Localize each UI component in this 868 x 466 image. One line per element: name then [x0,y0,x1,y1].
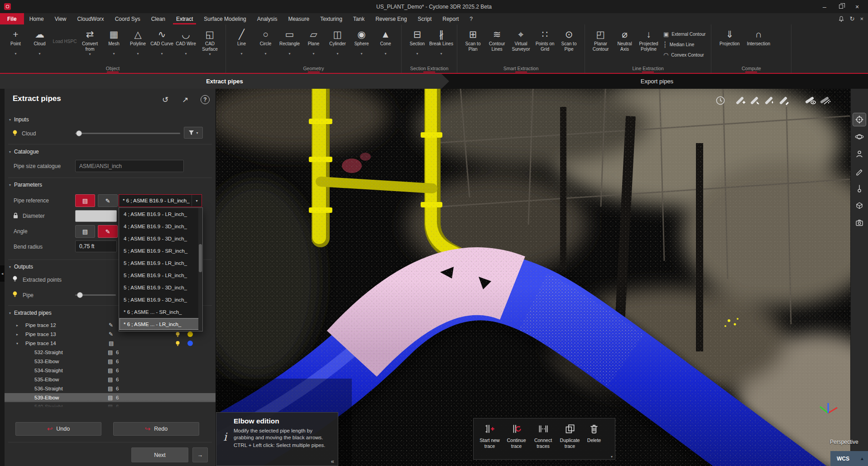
pipe-measure-icon[interactable] [749,94,761,106]
dropdown-scrollbar[interactable] [198,208,202,331]
tree-row-pipe-trace-14[interactable]: ▾ Pipe trace 14 ▤ [5,339,216,348]
ribbon-polyline-button[interactable]: △ Polyline ▾ [126,26,150,56]
dropdown-option[interactable]: 5 ; ASME B16.9 - 3D_inch_ [119,281,202,293]
menu-clean[interactable]: Clean [146,13,171,24]
dropdown-option[interactable]: * 6 ; ASME ... - SR_inch_ [119,306,202,318]
point-cloud-scene[interactable] [216,89,850,466]
ribbon-cylinder-button[interactable]: ◫ Cylinder ▾ [326,26,350,56]
menu-cloudworx[interactable]: CloudWorx [72,13,109,24]
show-cloud-icon[interactable] [820,94,832,106]
clock-icon[interactable] [714,94,726,106]
pipe-size-catalogue-input[interactable]: ASME/ANSI_inch [75,160,184,172]
apply-and-exit-button[interactable]: → [192,447,208,462]
next-button[interactable]: Next [131,447,188,462]
sync-icon[interactable]: ↻ [850,15,855,22]
ribbon-neutral-axis-button[interactable]: ⌀ Neutral Axis [613,26,637,52]
delete-trace-button[interactable]: Delete [583,423,605,443]
pipe-reference-edit-button[interactable]: ✎ [98,194,118,207]
dropdown-option-selected[interactable]: * 6 ; ASME ... - LR_inch_ [119,318,202,330]
tree-row-536-straight[interactable]: 536-Straight ▤ 6 [5,384,216,393]
ribbon-projection-button[interactable]: ⇓ Projection [715,26,744,51]
ribbon-sphere-button[interactable]: ◉ Sphere ▾ [350,26,374,56]
ribbon-virtual-surveyor-button[interactable]: ⌖ Virtual Surveyor [509,26,533,52]
menu-script[interactable]: Script [412,13,437,24]
menu-reverse-eng[interactable]: Reverse Eng [370,13,412,24]
cloud-opacity-slider[interactable] [75,133,180,134]
bulb-icon[interactable] [175,331,181,337]
notifications-bell-icon[interactable] [838,16,844,22]
dropdown-option[interactable]: 5 ; ASME B16.9 - LR_inch_ [119,257,202,269]
bulb-icon[interactable] [12,275,18,282]
tab-export-pipes[interactable]: Export pipes [621,74,693,89]
start-new-trace-button[interactable]: Start new trace [476,423,503,449]
continue-trace-button[interactable]: Continue trace [503,423,530,449]
redo-button[interactable]: ↪ Redo [113,422,199,436]
section-extracted-pipes[interactable]: ▾ Extracted pipes [9,310,52,316]
undo-button[interactable]: ↩ Undo [15,422,101,436]
ribbon-scan-to-pipe-button[interactable]: ⊙ Scan to Pipe [557,26,581,52]
ribbon-break-lines-button[interactable]: ∦ Break Lines ▾ [429,26,453,56]
titlebar[interactable]: US_PLANT_Demo* - Cyclone 3DR 2025.2 Beta… [0,0,868,13]
3d-viewport[interactable]: i Elbow edition Modify the selected pipe… [216,89,850,466]
trace-color-swatch[interactable] [187,331,193,337]
ribbon-cad-surface-button[interactable]: ◱ CAD Surface ▾ [198,26,222,56]
cloud-slider-knob[interactable] [76,130,82,136]
pipe-slider-knob[interactable] [77,292,83,298]
markup-pen-button[interactable] [853,165,866,178]
dropdown-option[interactable]: 4 ; ASME B16.9 - 3D_inch_ [119,232,202,245]
wcs-selector[interactable]: WCS ▲ [830,451,868,466]
tree-row-533-elbow[interactable]: 533-Elbow ▤ 6 [5,357,216,366]
angle-catalogue-button[interactable]: ▤ [75,225,95,238]
menu-home[interactable]: Home [24,13,49,24]
tree-row-532-straight[interactable]: 532-Straight ▤ 6 [5,348,216,357]
ribbon-cad-wire-button[interactable]: ◡ CAD Wire ▾ [174,26,198,56]
dropdown-option[interactable]: 4 ; ASME B16.9 - LR_inch_ [119,208,202,220]
section-outputs[interactable]: ▾ Outputs [9,264,33,270]
pencil-icon[interactable]: ✎ [109,331,113,337]
bulb-icon[interactable] [175,341,181,346]
menu-file[interactable]: File [0,13,24,24]
help-button[interactable]: ? [199,93,211,106]
ribbon-planar-contour-button[interactable]: ◰ Planar Contour [589,26,613,52]
tree-row-534-straight[interactable]: 534-Straight ▤ 6 [5,366,216,375]
ribbon-cloud-button[interactable]: ☁ Cloud ▾ [28,26,52,56]
trace-color-swatch[interactable] [187,341,193,346]
close-button[interactable]: × [849,0,865,13]
ribbon-circle-button[interactable]: ○ Circle ▾ [254,26,278,56]
pipe-extract-icon[interactable] [734,94,747,106]
tooltip-collapse-button[interactable]: « [331,458,334,465]
menu-extract[interactable]: Extract [171,13,198,24]
ribbon-convert-from-button[interactable]: ⇄ Convert from ▾ [78,26,102,56]
menu-analysis[interactable]: Analysis [252,13,283,24]
pipe-reference-catalogue-button[interactable]: ▤ [75,194,95,207]
observer-view-button[interactable] [853,148,866,160]
dropdown-option[interactable]: 4 ; ASME B16.9 - 3D_inch_ [119,220,202,232]
ribbon-plane-button[interactable]: ▱ Plane ▾ [302,26,326,56]
projection-mode-label[interactable]: Perspective [830,439,858,445]
ribbon-mesh-button[interactable]: ▦ Mesh ▾ [102,26,126,56]
menu-measure[interactable]: Measure [283,13,315,24]
rotation-center-button[interactable] [853,113,866,126]
pipe-edit-icon[interactable] [778,94,790,106]
tree-row-535-elbow[interactable]: 535-Elbow ▤ 6 [5,375,216,384]
bulb-icon[interactable] [12,130,18,136]
ribbon-point-button[interactable]: + Point ▾ [4,26,28,56]
screen-capture-button[interactable] [853,216,866,229]
diameter-input[interactable] [75,210,117,222]
bend-radius-input[interactable]: 0,75 ft [75,240,117,252]
ribbon-intersection-button[interactable]: ∩ Intersection [744,26,773,51]
menu-surface-modeling[interactable]: Surface Modeling [198,13,251,24]
chevron-down-icon[interactable]: ▾ [611,455,613,459]
ribbon-scan-to-plan-button[interactable]: ⊞ Scan to Plan [461,26,485,52]
menu-report[interactable]: Report [437,13,464,24]
ribbon-section-button[interactable]: ⊟ Section ▾ [405,26,429,56]
connect-traces-button[interactable]: Connect traces [530,423,556,449]
ribbon-contour-lines-button[interactable]: ≋ Contour Lines [485,26,509,52]
ribbon-points-on-grid-button[interactable]: ∷ Points on Grid [533,26,557,52]
pencil-icon[interactable]: ✎ [109,322,113,328]
chevron-right-icon[interactable]: ▸ [16,323,18,327]
ribbon-external-contour-button[interactable]: ▣ External Contour [663,31,705,38]
ribbon-cad-curve-button[interactable]: ∿ CAD Curve ▾ [150,26,174,56]
angle-edit-button[interactable]: ✎ [98,225,118,238]
dropdown-option[interactable]: 5 ; ASME B16.9 - 3D_inch_ [119,293,202,306]
